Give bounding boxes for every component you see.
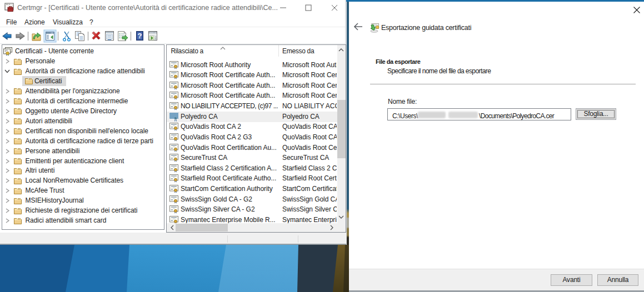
svg-text:?: ? <box>138 32 142 40</box>
